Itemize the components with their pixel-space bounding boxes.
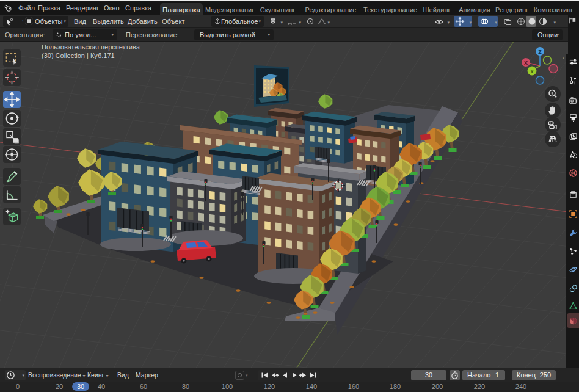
svg-text:Z: Z	[538, 49, 542, 55]
svg-text:X: X	[524, 60, 528, 66]
svg-text:Y: Y	[530, 68, 534, 74]
